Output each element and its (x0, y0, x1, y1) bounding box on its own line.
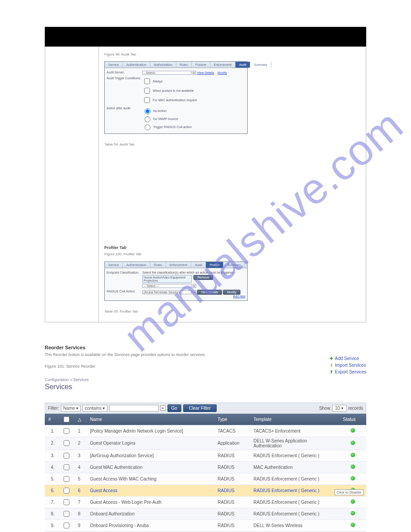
row-checkbox[interactable] (64, 428, 69, 434)
row-checkbox-cell (58, 437, 74, 450)
table-row[interactable]: 4.4Guest MAC AuthenticationRADIUSMAC Aut… (45, 461, 366, 473)
tab-summary[interactable]: Summary (250, 62, 271, 68)
endpoint-opt-1[interactable]: Home Audio/Video Equipment (144, 276, 190, 279)
table-row[interactable]: 9.9Onboard Provisioning - ArubaRADIUSDEL… (45, 519, 366, 531)
status-dot-icon[interactable] (351, 464, 355, 469)
row-status[interactable] (339, 508, 366, 519)
table-row[interactable]: 3.3[AirGroup Authorization Service]RADIU… (45, 450, 366, 461)
dropdown-icon[interactable]: ▾ (193, 284, 196, 288)
row-status[interactable] (339, 496, 366, 508)
status-dot-icon[interactable] (351, 511, 355, 515)
page-title: Services (45, 383, 366, 391)
radio-no-action[interactable] (145, 108, 150, 114)
row-checkbox[interactable] (64, 440, 69, 446)
col-status[interactable]: Status (339, 414, 366, 425)
audit-trigger-label: Audit Trigger Conditions: (107, 77, 142, 105)
add-new-link[interactable]: Add new (233, 295, 245, 298)
view-details-button[interactable]: View Details (197, 290, 222, 295)
row-status[interactable] (339, 461, 366, 473)
select-all-checkbox[interactable] (64, 416, 69, 422)
tab-authorization[interactable]: Authorization (150, 62, 176, 68)
endpoint-select[interactable]: -- Select -- (142, 284, 192, 288)
tab-authentication[interactable]: Authentication (123, 62, 150, 68)
export-services-link[interactable]: Export Services (330, 369, 366, 375)
row-status[interactable] (339, 519, 366, 531)
filter-op-select[interactable]: contains ▾ (82, 405, 107, 412)
status-dot-icon[interactable] (351, 453, 355, 457)
ptab-roles[interactable]: Roles (150, 262, 166, 268)
table-row[interactable]: 1.1[Policy Manager Admin Network Login S… (45, 425, 366, 437)
chk-always[interactable] (144, 78, 150, 84)
ptab-summary[interactable]: Summary (223, 262, 244, 268)
row-name[interactable]: [Policy Manager Admin Network Login Serv… (86, 425, 214, 437)
modify-button[interactable]: Modify (223, 290, 240, 295)
chk-mac[interactable] (144, 97, 150, 103)
table-row[interactable]: 6.6Guest AccessRADIUSRADIUS Enforcement … (45, 485, 366, 496)
row-status[interactable] (339, 437, 366, 450)
table-row[interactable]: 2.2Guest Operator LoginsApplicationDELL … (45, 437, 366, 450)
table-row[interactable]: 8.8Onboard AuthorizationRADIUSRADIUS Enf… (45, 508, 366, 519)
radio-snmp[interactable] (145, 116, 150, 122)
filter-value-input[interactable] (109, 405, 158, 412)
row-status[interactable] (339, 473, 366, 485)
dropdown-icon[interactable]: ▾ (193, 71, 196, 75)
row-name[interactable]: Guest Access - Web Login Pre-Auth (86, 496, 214, 508)
audit-server-label: Audit Server: (107, 71, 142, 75)
col-order[interactable]: △ (74, 414, 86, 425)
remove-button[interactable]: Remove (193, 275, 213, 280)
chk-posture[interactable] (144, 88, 150, 94)
row-status[interactable] (339, 425, 366, 437)
go-button[interactable]: Go (167, 404, 181, 412)
row-name[interactable]: Onboard Authorization (86, 508, 214, 519)
row-name[interactable]: Onboard Provisioning - Aruba (86, 519, 214, 531)
ptab-authentication[interactable]: Authentication (123, 262, 150, 268)
row-checkbox[interactable] (64, 523, 69, 528)
status-dot-icon[interactable] (351, 441, 355, 445)
coa-action-select[interactable]: [Aruba Terminate Session] (142, 290, 192, 294)
show-count-select[interactable]: 10 ▾ (332, 405, 347, 412)
import-services-link[interactable]: Import Services (330, 362, 366, 369)
status-dot-icon[interactable] (351, 428, 355, 433)
status-dot-icon[interactable] (351, 499, 355, 504)
row-name[interactable]: Guest Operator Logins (86, 437, 214, 450)
ptab-service[interactable]: Service (105, 262, 123, 268)
tab-service[interactable]: Service (105, 62, 123, 68)
status-dot-icon[interactable] (351, 476, 355, 481)
tab-posture[interactable]: Posture (192, 62, 210, 68)
row-name[interactable]: Guest Access (86, 485, 214, 496)
row-name[interactable]: Guest Access With MAC Caching (86, 473, 214, 485)
clear-filter-button[interactable]: Clear Filter (183, 404, 217, 412)
row-status[interactable] (339, 450, 366, 461)
col-template[interactable]: Template (250, 414, 339, 425)
row-checkbox[interactable] (64, 499, 69, 505)
radio-coa[interactable] (145, 124, 150, 130)
status-dot-icon[interactable] (351, 523, 355, 527)
table-row[interactable]: 7.7Guest Access - Web Login Pre-AuthRADI… (45, 496, 366, 508)
add-service-link[interactable]: Add Service (330, 355, 366, 362)
row-name[interactable]: [AirGroup Authorization Service] (86, 450, 214, 461)
col-type[interactable]: Type (214, 414, 250, 425)
ptab-audit[interactable]: Audit (191, 262, 206, 268)
row-template: DELL W-Series Application Authentication (250, 437, 339, 450)
table-row[interactable]: 5.5Guest Access With MAC CachingRADIUSRA… (45, 473, 366, 485)
dropdown-icon[interactable]: ▾ (193, 290, 196, 294)
view-details-link[interactable]: View Details (197, 71, 214, 74)
row-checkbox[interactable] (64, 476, 69, 482)
audit-server-select[interactable]: --Select-- (142, 71, 192, 75)
tab-audit[interactable]: Audit (235, 62, 250, 68)
ptab-enforcement[interactable]: Enforcement (166, 262, 192, 268)
filter-field-select[interactable]: Name ▾ (61, 405, 81, 412)
endpoint-opt-2[interactable]: Projectors (144, 279, 190, 282)
row-checkbox[interactable] (64, 511, 69, 517)
row-name[interactable]: Guest MAC Authentication (86, 461, 214, 473)
row-checkbox[interactable] (64, 453, 69, 459)
tab-roles[interactable]: Roles (176, 62, 192, 68)
ptab-profiler[interactable]: Profiler (206, 262, 223, 268)
tab-enforcement[interactable]: Enforcement (210, 62, 236, 68)
row-checkbox[interactable] (64, 464, 69, 470)
row-checkbox[interactable] (64, 488, 69, 493)
show-label-right: records (348, 406, 363, 411)
add-filter-button[interactable]: + (160, 405, 166, 411)
col-name[interactable]: Name (86, 414, 214, 425)
modify-link[interactable]: Modify (218, 71, 227, 74)
